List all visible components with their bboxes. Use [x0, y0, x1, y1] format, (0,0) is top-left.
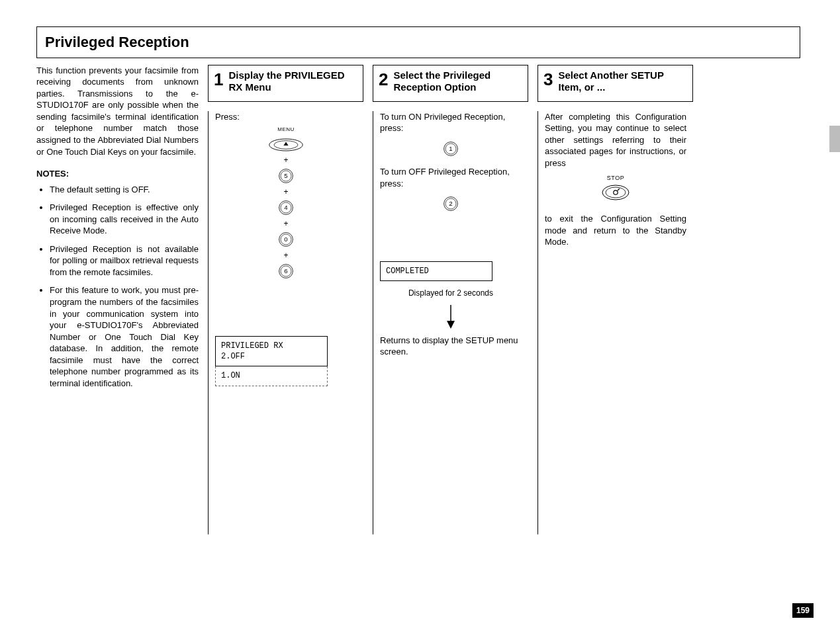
- manual-page: Privileged Reception This function preve…: [0, 0, 840, 631]
- note-item: Privileged Reception is not available fo…: [50, 243, 199, 278]
- lcd-line: PRIVILEGED RX: [221, 341, 322, 351]
- keypad-2-icon: 2: [443, 196, 459, 212]
- off-instruction: To turn OFF Privileged Reception, press:: [380, 166, 522, 189]
- step-2-number: 2: [379, 71, 388, 88]
- step-3-header: 3 Select Another SETUP Item, or ...: [537, 65, 693, 102]
- stop-key-block: STOP: [545, 174, 686, 204]
- step-3-number: 3: [543, 71, 553, 88]
- after-text: After completing this Configuration Sett…: [545, 111, 686, 169]
- note-item: Privileged Reception is effective only o…: [50, 202, 199, 237]
- keypad-6-icon: 6: [278, 263, 294, 279]
- section-title: Privileged Reception: [45, 32, 792, 52]
- intro-paragraph: This function prevents your facsimile fr…: [36, 65, 199, 157]
- step-1-column: 1 Display the PRIVILEGED RX Menu Press: …: [208, 65, 363, 534]
- step-1-header: 1 Display the PRIVILEGED RX Menu: [208, 65, 363, 102]
- step-1-number: 1: [214, 71, 223, 88]
- svg-point-24: [606, 187, 626, 198]
- key-sequence: MENU + 5 +: [215, 126, 357, 279]
- svg-text:0: 0: [284, 235, 287, 243]
- flow-arrow-icon: [380, 305, 522, 332]
- svg-line-26: [618, 189, 620, 190]
- section-title-box: Privileged Reception: [36, 26, 800, 58]
- keypad-4-icon: 4: [278, 200, 294, 216]
- step-2-body: To turn ON Privileged Reception, press: …: [373, 111, 528, 534]
- svg-point-25: [614, 190, 618, 194]
- press-label: Press:: [215, 111, 357, 123]
- lcd-display-step1-alt: 1.ON: [215, 366, 328, 386]
- svg-text:4: 4: [284, 204, 288, 211]
- stop-label: STOP: [545, 174, 686, 182]
- step-1-body: Press: MENU + 5 +: [208, 111, 363, 534]
- step-3-body: After completing this Configuration Sett…: [537, 111, 693, 534]
- svg-marker-22: [447, 321, 455, 329]
- lcd-line: COMPLETED: [386, 266, 487, 276]
- intro-column: This function prevents your facsimile fr…: [36, 65, 199, 534]
- plus-icon: +: [283, 156, 288, 164]
- on-instruction: To turn ON Privileged Reception, press:: [380, 111, 522, 134]
- notes-heading: NOTES:: [36, 168, 199, 180]
- step-1-title: Display the PRIVILEGED RX Menu: [228, 69, 357, 93]
- svg-text:6: 6: [284, 267, 287, 274]
- content-row: This function prevents your facsimile fr…: [36, 65, 800, 534]
- keypad-5-icon: 5: [278, 168, 294, 184]
- keypad-1-icon: 1: [443, 141, 459, 157]
- svg-marker-2: [283, 142, 288, 146]
- note-item: For this feature to work, you must pre-p…: [50, 284, 199, 389]
- step-2-column: 2 Select the Privileged Reception Option…: [373, 65, 528, 534]
- return-text: Returns to display the SETUP menu screen…: [380, 335, 522, 358]
- on-key-block: 1: [380, 141, 522, 160]
- svg-text:2: 2: [449, 200, 452, 208]
- step-3-title: Select Another SETUP Item, or ...: [558, 69, 687, 93]
- page-number-badge: 159: [792, 603, 814, 618]
- plus-icon: +: [283, 188, 288, 196]
- thumb-tab-icon: [829, 126, 840, 152]
- lcd-display-step2: COMPLETED: [380, 261, 492, 281]
- keypad-0-icon: 0: [278, 231, 294, 247]
- note-item: The default setting is OFF.: [50, 184, 199, 196]
- exit-text: to exit the Configuration Setting mode a…: [545, 213, 686, 248]
- notes-list: The default setting is OFF. Privileged R…: [36, 184, 199, 390]
- svg-text:1: 1: [449, 145, 452, 152]
- step-2-header: 2 Select the Privileged Reception Option: [373, 65, 528, 102]
- stop-key-icon: [601, 184, 630, 201]
- menu-up-key-icon: [268, 138, 304, 152]
- menu-label: MENU: [277, 126, 295, 134]
- lcd-line: 1.ON: [221, 370, 322, 381]
- lcd-line: 2.OFF: [221, 351, 322, 362]
- step-3-column: 3 Select Another SETUP Item, or ... Afte…: [537, 65, 693, 534]
- lcd-display-step1: PRIVILEGED RX 2.OFF: [215, 336, 328, 366]
- plus-icon: +: [283, 251, 288, 259]
- display-duration-note: Displayed for 2 seconds: [380, 288, 522, 298]
- off-key-block: 2: [380, 196, 522, 215]
- plus-icon: +: [283, 220, 288, 228]
- step-2-title: Select the Privileged Reception Option: [393, 69, 522, 93]
- svg-text:5: 5: [284, 172, 287, 179]
